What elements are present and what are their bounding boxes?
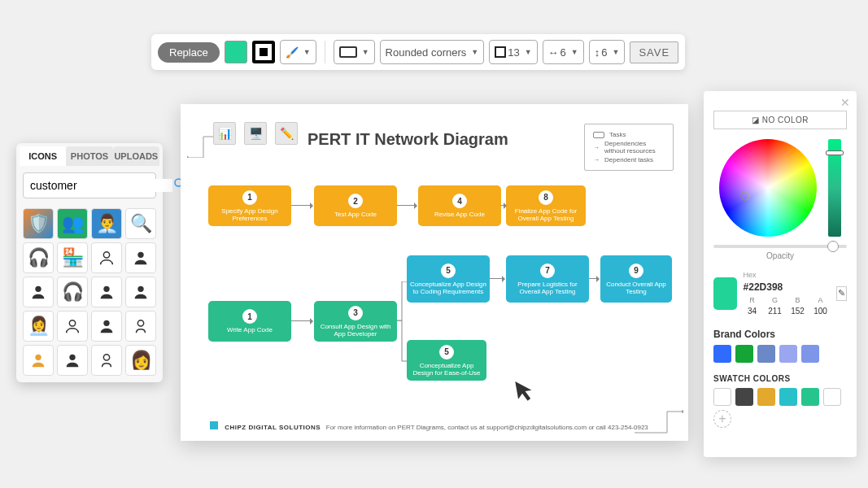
eyedropper-button[interactable]: ✎ (836, 286, 847, 301)
pert-node[interactable]: 1Specify App Design Preferences (208, 185, 291, 226)
swatch-color[interactable] (801, 388, 819, 406)
icon-result[interactable] (125, 311, 156, 342)
pert-node[interactable]: 3Consult App Design with App Developer (314, 301, 397, 342)
close-icon[interactable]: ✕ (840, 96, 850, 109)
style-toolbar: Replace 🖌️▼ ▼ Rounded corners▼ 13▼ ↔ 6▼ … (151, 34, 685, 70)
search-input[interactable] (30, 179, 172, 192)
corner-style-dropdown[interactable]: Rounded corners▼ (380, 40, 485, 64)
tab-uploads[interactable]: UPLOADS (113, 146, 159, 166)
design-canvas[interactable]: 📊 🖥️ ✏️ PERT IT Network Diagram Tasks →D… (181, 104, 688, 441)
paint-roller-icon: 🖌️ (286, 46, 299, 59)
border-color-swatch[interactable] (252, 41, 275, 63)
swatch-colors-heading: SWATCH COLORS (713, 374, 847, 383)
hex-value[interactable]: #22D398 (744, 281, 830, 294)
color-wheel[interactable] (719, 139, 817, 237)
svg-point-15 (741, 192, 749, 200)
icon-result[interactable]: 🔍 (125, 208, 156, 239)
pert-node[interactable]: 2Test App Code (314, 185, 397, 226)
h-spacing-dropdown[interactable]: ↔ 6▼ (543, 40, 584, 64)
opacity-label: Opacity (713, 251, 847, 260)
svg-point-12 (103, 355, 109, 360)
opacity-handle[interactable] (827, 241, 839, 252)
icon-result[interactable] (91, 345, 122, 376)
icon-result[interactable]: 👨‍💼 (91, 208, 122, 239)
svg-point-4 (35, 286, 41, 292)
icon-result[interactable] (125, 277, 156, 307)
pert-node[interactable]: 5Conceptualize App Design for Ease-of-Us… (407, 340, 486, 381)
svg-point-2 (103, 252, 109, 258)
v-spacing-dropdown[interactable]: ↕ 6▼ (589, 40, 626, 64)
icon-result[interactable] (91, 311, 122, 342)
icon-result[interactable] (57, 345, 88, 376)
svg-point-13 (187, 156, 189, 158)
diagram-legend: Tasks →Dependencies without resources →D… (584, 124, 674, 171)
rectangle-icon (339, 46, 357, 58)
svg-point-7 (69, 320, 75, 326)
pert-node[interactable]: 8Finalize App Code for Overall App Testi… (506, 185, 586, 226)
icon-result[interactable]: 🎧 (23, 242, 54, 273)
fill-color-swatch[interactable] (225, 41, 247, 63)
icon-result[interactable]: 🛡️ (23, 208, 54, 239)
icon-result[interactable]: 🏪 (57, 242, 88, 273)
border-width-dropdown[interactable]: 13▼ (489, 40, 537, 64)
pert-node[interactable]: 5Conceptualize App Design to Coding Requ… (407, 255, 490, 303)
svg-point-11 (69, 355, 75, 360)
diagram-footer: CHIPZ DIGITAL SOLUTIONS For more informa… (210, 421, 648, 431)
icon-result[interactable] (91, 242, 122, 273)
swatch-color[interactable] (735, 388, 753, 406)
swatch-color[interactable] (779, 388, 797, 406)
no-color-button[interactable]: ◪ NO COLOR (713, 111, 847, 129)
svg-point-6 (137, 286, 143, 292)
add-swatch-button[interactable]: + (713, 410, 731, 428)
swatch-color[interactable] (713, 388, 731, 406)
h-spacing-value: 6 (560, 46, 566, 59)
icon-result[interactable]: 🎧 (57, 277, 88, 307)
svg-point-14 (682, 410, 683, 413)
svg-point-5 (103, 286, 109, 292)
brand-color-swatch[interactable] (757, 345, 775, 363)
header-doc-icon: 📊 (213, 122, 236, 145)
icon-library-panel: ICONS PHOTOS UPLOADS 🛡️ 👥 👨‍💼 🔍 🎧 🏪 🎧 👩‍… (16, 143, 163, 382)
icon-result[interactable] (125, 242, 156, 273)
brand-color-swatch[interactable] (735, 345, 753, 363)
hue-handle[interactable] (826, 150, 844, 155)
tab-photos[interactable]: PHOTOS (66, 146, 112, 166)
icon-result[interactable] (57, 311, 88, 342)
svg-point-8 (103, 320, 109, 326)
brand-color-swatch[interactable] (801, 345, 819, 363)
tab-icons[interactable]: ICONS (20, 146, 66, 166)
svg-point-10 (35, 355, 41, 360)
current-color-swatch (713, 277, 737, 310)
h-arrows-icon: ↔ (548, 46, 559, 59)
icon-result[interactable]: 👩 (125, 345, 156, 376)
icon-result[interactable]: 👩‍💼 (23, 311, 54, 342)
brand-colors-heading: Brand Colors (713, 329, 847, 340)
opacity-slider[interactable] (713, 245, 847, 248)
pert-node[interactable]: 4Revise App Code (418, 185, 501, 226)
icon-search[interactable] (23, 172, 156, 198)
icon-result[interactable] (23, 277, 54, 307)
brand-color-swatch[interactable] (713, 345, 731, 363)
replace-button[interactable]: Replace (158, 42, 220, 63)
diagram-title: PERT IT Network Diagram (308, 130, 508, 149)
corner-style-label: Rounded corners (386, 46, 467, 59)
color-picker-panel: ✕ ◪ NO COLOR Opacity Hex #22D398 RGBA 34… (704, 91, 857, 457)
header-pen-icon: ✏️ (275, 122, 298, 145)
header-monitor-icon: 🖥️ (244, 122, 267, 145)
shape-outline-dropdown[interactable]: ▼ (334, 40, 375, 64)
icon-grid: 🛡️ 👥 👨‍💼 🔍 🎧 🏪 🎧 👩‍💼 👩 (20, 205, 159, 379)
icon-result[interactable] (91, 277, 122, 307)
icon-result[interactable] (23, 345, 54, 376)
icon-result[interactable]: 👥 (57, 208, 88, 239)
pert-node[interactable]: 9Conduct Overall App Testing (600, 255, 672, 303)
save-button[interactable]: SAVE (630, 41, 678, 63)
pert-node[interactable]: 7Prepare Logistics for Overall App Testi… (506, 255, 589, 303)
swatch-color[interactable] (823, 388, 841, 406)
paint-brush-dropdown[interactable]: 🖌️▼ (280, 40, 316, 64)
border-weight-icon (495, 46, 506, 58)
brand-color-swatch[interactable] (779, 345, 797, 363)
swatch-color[interactable] (757, 388, 775, 406)
v-arrows-icon: ↕ (595, 46, 600, 59)
pert-node[interactable]: 1Write App Code (208, 301, 291, 342)
svg-point-3 (137, 252, 143, 258)
